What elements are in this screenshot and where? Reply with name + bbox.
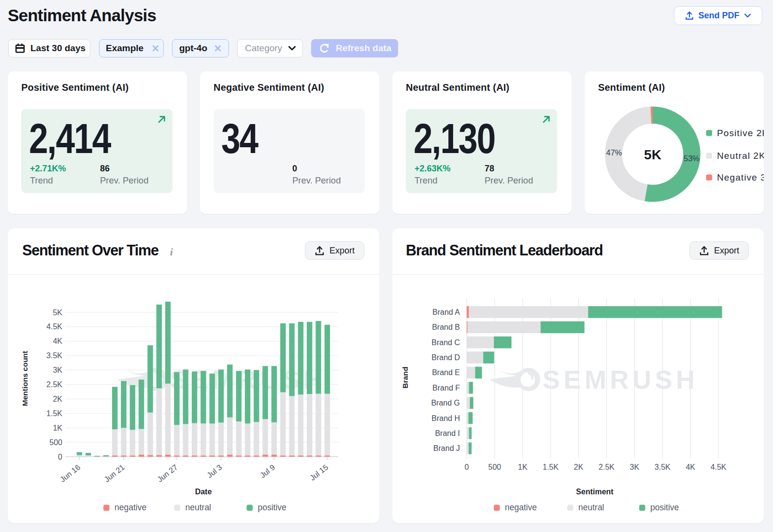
svg-text:Brand C: Brand C <box>431 338 460 347</box>
svg-text:4K: 4K <box>686 463 695 471</box>
svg-text:3K: 3K <box>630 463 640 471</box>
svg-text:2.5K: 2.5K <box>599 463 615 471</box>
svg-text:Brand: Brand <box>401 367 409 389</box>
svg-text:Mentions count: Mentions count <box>21 351 29 406</box>
svg-text:5K: 5K <box>53 308 62 317</box>
svg-text:3.5K: 3.5K <box>46 351 62 360</box>
svg-text:Brand G: Brand G <box>431 399 460 407</box>
svg-text:4.5K: 4.5K <box>711 463 727 471</box>
svg-text:0: 0 <box>58 453 62 461</box>
svg-text:2K: 2K <box>574 463 584 471</box>
svg-text:neutral: neutral <box>578 503 604 512</box>
svg-text:1.5K: 1.5K <box>46 409 62 418</box>
svg-text:1.5K: 1.5K <box>543 463 558 471</box>
svg-text:Brand I: Brand I <box>435 429 460 437</box>
svg-text:3K: 3K <box>53 366 62 374</box>
svg-text:2K: 2K <box>53 395 62 403</box>
svg-text:Brand D: Brand D <box>431 353 460 362</box>
svg-text:Brand B: Brand B <box>432 323 460 331</box>
svg-text:3.5K: 3.5K <box>655 463 671 471</box>
svg-text:Negative 34: Negative 34 <box>717 172 764 182</box>
svg-text:2.5K: 2.5K <box>46 380 62 389</box>
svg-text:Jun 27: Jun 27 <box>156 463 179 484</box>
svg-text:0: 0 <box>465 463 469 471</box>
svg-text:47%: 47% <box>606 148 622 157</box>
svg-text:SEMRUSH: SEMRUSH <box>543 365 699 394</box>
svg-text:4K: 4K <box>53 337 62 345</box>
svg-text:5K: 5K <box>644 147 661 162</box>
svg-text:4.5K: 4.5K <box>46 322 62 331</box>
svg-text:positive: positive <box>650 503 679 512</box>
svg-text:Brand A: Brand A <box>432 308 460 316</box>
svg-text:Jun 16: Jun 16 <box>58 463 82 484</box>
svg-text:Brand J: Brand J <box>433 444 460 452</box>
svg-text:Jul 9: Jul 9 <box>258 463 276 479</box>
svg-text:negative: negative <box>115 503 146 512</box>
svg-text:Neutral 2K: Neutral 2K <box>717 151 764 161</box>
svg-text:Positive 2K: Positive 2K <box>717 128 764 138</box>
svg-text:500: 500 <box>488 463 501 471</box>
svg-text:1K: 1K <box>53 424 62 432</box>
svg-text:Brand H: Brand H <box>431 414 460 422</box>
svg-text:Jul 3: Jul 3 <box>205 463 223 479</box>
svg-text:Sentiment: Sentiment <box>576 488 614 496</box>
svg-text:Brand F: Brand F <box>432 384 460 392</box>
svg-text:neutral: neutral <box>186 503 212 512</box>
svg-text:Jul 15: Jul 15 <box>308 463 329 482</box>
svg-text:1K: 1K <box>518 463 528 471</box>
svg-text:Brand E: Brand E <box>432 368 460 377</box>
svg-text:53%: 53% <box>684 154 700 163</box>
svg-text:positive: positive <box>258 503 286 512</box>
svg-text:negative: negative <box>505 503 537 512</box>
svg-text:Jun 21: Jun 21 <box>103 463 126 484</box>
svg-text:500: 500 <box>49 438 62 447</box>
svg-text:Date: Date <box>195 488 212 496</box>
